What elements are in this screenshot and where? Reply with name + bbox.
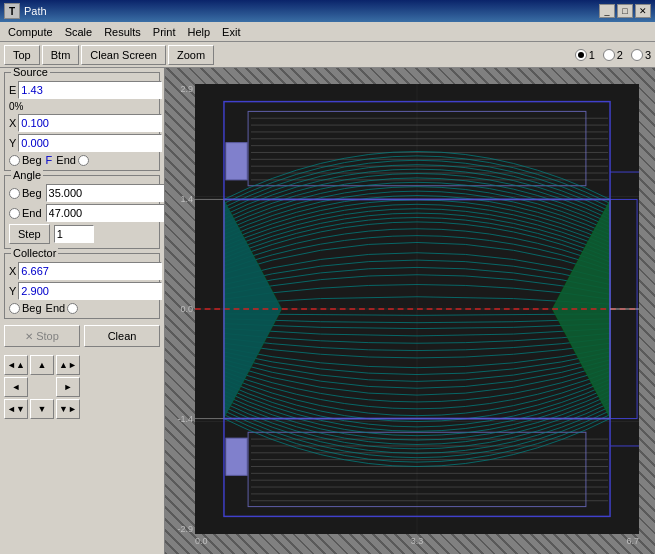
col-y-input[interactable]: [18, 282, 162, 300]
radio-2-label: 2: [617, 49, 623, 61]
clean-button[interactable]: Clean: [84, 325, 160, 347]
angle-end-radio[interactable]: End: [9, 207, 42, 219]
y-label: Y: [9, 137, 16, 149]
col-x-input[interactable]: [18, 262, 162, 280]
collector-label: Collector: [11, 247, 58, 259]
radio-3-circle[interactable]: [631, 49, 643, 61]
menu-bar: Compute Scale Results Print Help Exit: [0, 22, 655, 42]
radio-2-circle[interactable]: [603, 49, 615, 61]
top-button[interactable]: Top: [4, 45, 40, 65]
radio-1-label: 1: [589, 49, 595, 61]
y-axis: 2.9 1.4 0.0 -1.4 -2.9: [165, 84, 195, 534]
e-input[interactable]: [18, 81, 162, 99]
radio-1-item[interactable]: 1: [575, 49, 595, 61]
y-input[interactable]: [18, 134, 162, 152]
end-angle-input[interactable]: [46, 204, 165, 222]
plot-svg: [195, 84, 639, 534]
collector-group: Collector X Y Beg End: [4, 253, 160, 319]
window-title: Path: [24, 5, 47, 17]
arrow-up[interactable]: ▲: [30, 355, 54, 375]
stop-button[interactable]: ✕ Stop: [4, 325, 80, 347]
e-label: E: [9, 84, 16, 96]
title-bar: T Path _ □ ✕: [0, 0, 655, 22]
btm-button[interactable]: Btm: [42, 45, 80, 65]
svg-rect-10: [226, 438, 247, 475]
menu-help[interactable]: Help: [181, 24, 216, 40]
x-axis: 0.0 3.3 6.7: [195, 534, 639, 554]
menu-results[interactable]: Results: [98, 24, 147, 40]
x-label-mid: 3.3: [411, 536, 424, 546]
arrow-up-right[interactable]: ▲►: [56, 355, 80, 375]
radio-1-circle[interactable]: [575, 49, 587, 61]
step-input[interactable]: [54, 225, 94, 243]
source-label: Source: [11, 68, 50, 78]
source-group: Source E 1 0% X Y Beg F: [4, 72, 160, 171]
arrow-down-left[interactable]: ◄▼: [4, 399, 28, 419]
arrow-up-left[interactable]: ◄▲: [4, 355, 28, 375]
y-label-mid: 0.0: [180, 304, 193, 314]
beg-radio[interactable]: Beg: [9, 154, 42, 166]
menu-compute[interactable]: Compute: [2, 24, 59, 40]
radio-2-item[interactable]: 2: [603, 49, 623, 61]
percent-label: 0%: [9, 101, 155, 112]
f-label: F: [46, 154, 53, 166]
toolbar: Top Btm Clean Screen Zoom 1 2 3: [0, 42, 655, 68]
menu-exit[interactable]: Exit: [216, 24, 246, 40]
x-label: X: [9, 117, 16, 129]
zoom-button[interactable]: Zoom: [168, 45, 214, 65]
app-icon: T: [4, 3, 20, 19]
angle-label: Angle: [11, 169, 43, 181]
x-label-left: 0.0: [195, 536, 208, 546]
y-label-4: -1.4: [177, 414, 193, 424]
col-x-label: X: [9, 265, 16, 277]
minimize-button[interactable]: _: [599, 4, 615, 18]
arrow-down[interactable]: ▼: [30, 399, 54, 419]
radio-3-item[interactable]: 3: [631, 49, 651, 61]
arrow-left[interactable]: ◄: [4, 377, 28, 397]
left-panel: Source E 1 0% X Y Beg F: [0, 68, 165, 554]
col-end-radio[interactable]: End: [46, 302, 79, 314]
arrow-pad: ◄▲ ▲ ▲► ◄ ► ◄▼ ▼ ▼►: [4, 355, 160, 419]
maximize-button[interactable]: □: [617, 4, 633, 18]
clean-screen-button[interactable]: Clean Screen: [81, 45, 166, 65]
action-buttons: ✕ Stop Clean: [4, 325, 160, 347]
angle-group: Angle Beg End Step: [4, 175, 160, 249]
menu-scale[interactable]: Scale: [59, 24, 99, 40]
plot-area: [195, 84, 639, 534]
step-button[interactable]: Step: [9, 224, 50, 244]
svg-rect-9: [226, 143, 247, 180]
close-button[interactable]: ✕: [635, 4, 651, 18]
x-input[interactable]: [18, 114, 162, 132]
y-label-bot: -2.9: [177, 524, 193, 534]
col-y-label: Y: [9, 285, 16, 297]
col-beg-radio[interactable]: Beg: [9, 302, 42, 314]
angle-beg-radio[interactable]: Beg: [9, 187, 42, 199]
menu-print[interactable]: Print: [147, 24, 182, 40]
y-label-top: 2.9: [180, 84, 193, 94]
y-label-2: 1.4: [180, 194, 193, 204]
canvas-area: 2.9 1.4 0.0 -1.4 -2.9: [165, 68, 655, 554]
arrow-down-right[interactable]: ▼►: [56, 399, 80, 419]
radio-3-label: 3: [645, 49, 651, 61]
x-label-right: 6.7: [626, 536, 639, 546]
arrow-right[interactable]: ►: [56, 377, 80, 397]
end-radio[interactable]: End: [56, 154, 89, 166]
beg-angle-input[interactable]: [46, 184, 165, 202]
